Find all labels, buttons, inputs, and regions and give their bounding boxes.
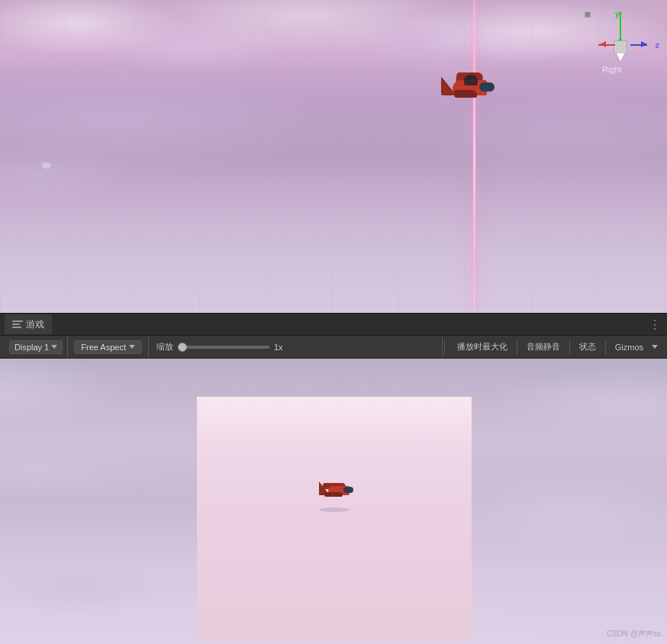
layers-icon (12, 320, 23, 328)
gizmos-button[interactable]: Gizmos (609, 341, 649, 353)
game-view: CSDN @声声ss (0, 359, 667, 644)
game-canvas (197, 397, 472, 641)
airplane-game (317, 477, 355, 504)
separator-4 (605, 340, 606, 355)
scale-value: 1x (274, 343, 283, 352)
gizmo-z-label: z (656, 40, 660, 50)
game-tab-label: 游戏 (26, 318, 44, 331)
watermark: CSDN @声声ss (607, 629, 661, 639)
aspect-selector[interactable]: Free Aspect (68, 336, 149, 358)
airplane-shadow (319, 507, 350, 512)
mute-button[interactable]: 音频静音 (520, 340, 566, 354)
ag-wing-bot (324, 492, 343, 497)
separator-3 (569, 340, 570, 355)
maximize-button[interactable]: 播放时最大化 (451, 340, 514, 354)
control-buttons: 播放时最大化 音频静音 状态 Gizmos (446, 340, 662, 355)
airplane-cockpit (464, 75, 478, 85)
airplane-scene (437, 69, 498, 107)
separator-1 (444, 340, 445, 355)
scale-slider[interactable] (178, 346, 269, 349)
gizmos-control[interactable]: Gizmos (609, 341, 658, 353)
gizmo-compass[interactable]: y z Right (598, 11, 659, 88)
gizmo-z-arrow (641, 41, 647, 47)
scene-view: y z Right (0, 0, 667, 313)
scene-indicator (585, 11, 591, 18)
gizmo-x-arrow (600, 41, 606, 47)
gizmo-center (614, 40, 627, 54)
separator-2 (517, 340, 517, 355)
display-dropdown-arrow (51, 345, 57, 349)
aspect-label: Free Aspect (81, 343, 126, 352)
gizmo-right-label: Right (602, 65, 622, 74)
scene-object-2 (214, 202, 218, 207)
scale-slider-container: 1x (178, 343, 434, 352)
display-selector[interactable]: Display 1 (5, 336, 68, 358)
airplane-engine (479, 82, 495, 92)
scale-control: 缩放 1x (149, 336, 443, 358)
stats-button[interactable]: 状态 (573, 340, 602, 354)
more-options-icon[interactable]: ⋮ (649, 317, 661, 332)
game-controls-bar: Display 1 Free Aspect 缩放 1x 播放时最大化 音频静音 … (0, 336, 667, 359)
game-tab[interactable]: 游戏 (5, 314, 52, 334)
display-dropdown[interactable]: Display 1 (9, 340, 63, 354)
grid-overlay (0, 0, 667, 313)
airplane-wing-bottom (454, 90, 478, 98)
scale-label: 缩放 (156, 341, 173, 353)
laser-beam (473, 0, 475, 313)
scene-object-1 (42, 163, 51, 169)
game-toolbar: 游戏 ⋮ (0, 313, 667, 336)
gizmo-y-axis (620, 11, 621, 38)
scale-slider-thumb[interactable] (178, 343, 187, 352)
ag-engine (343, 487, 353, 493)
gizmos-dropdown-arrow (652, 345, 658, 349)
display-label: Display 1 (14, 343, 49, 352)
aspect-dropdown-arrow (129, 345, 135, 349)
aspect-dropdown[interactable]: Free Aspect (74, 340, 142, 354)
gizmo-down-arrow (617, 53, 624, 61)
